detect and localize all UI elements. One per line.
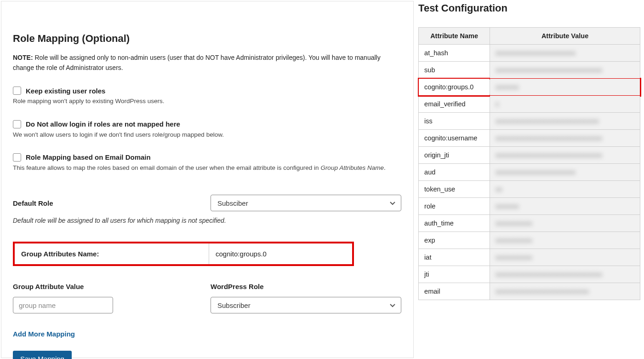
mapping-row: Group Attribute Value WordPress Role Sub… [13, 283, 402, 313]
attr-name-cell: email_verified [419, 96, 490, 113]
attr-name-cell: token_use [419, 181, 490, 198]
attr-value-cell: xxxxxxxxxxx [490, 232, 640, 249]
attr-value-cell: xxxxxxxxxxxxxxxxxxxxxxxxxxxxxxxx [490, 62, 640, 79]
attr-value-cell: xxxxxxxxxxxxxxxxxxxxxxxx [490, 164, 640, 181]
option-label: Keep existing user roles [26, 87, 105, 95]
table-row: rolexxxxxxx [419, 198, 640, 215]
checkbox-keep-existing[interactable] [13, 87, 21, 95]
table-row: expxxxxxxxxxxx [419, 232, 640, 249]
test-config-title: Test Configuration [418, 2, 640, 14]
th-attr-name: Attribute Name [419, 28, 490, 45]
table-row: email_verifiedx [419, 96, 640, 113]
save-mapping-button[interactable]: Save Mapping [13, 351, 72, 359]
table-row: iatxxxxxxxxxxx [419, 249, 640, 266]
gav-label: Group Attribute Value [13, 283, 211, 290]
option-no-login: Do Not allow login if roles are not mapp… [13, 120, 402, 128]
option-desc: Role mapping won't apply to existing Wor… [13, 97, 402, 106]
table-row: subxxxxxxxxxxxxxxxxxxxxxxxxxxxxxxxx [419, 62, 640, 79]
table-row: audxxxxxxxxxxxxxxxxxxxxxxxx [419, 164, 640, 181]
option-label: Do Not allow login if roles are not mapp… [26, 120, 180, 128]
table-row: cognito:groups.0xxxxxxx [419, 79, 640, 96]
note-text: NOTE: Role will be assigned only to non-… [13, 53, 402, 73]
table-row: cognito:usernamexxxxxxxxxxxxxxxxxxxxxxxx… [419, 130, 640, 147]
attr-name-cell: iss [419, 113, 490, 130]
select-value: Subsciber [217, 199, 248, 207]
chevron-down-icon [389, 199, 396, 207]
default-role-select[interactable]: Subsciber [211, 195, 401, 211]
default-role-row: Default Role Subsciber [13, 195, 402, 211]
chevron-down-icon [389, 301, 396, 309]
option-desc: We won't allow users to login if we don'… [13, 130, 402, 139]
attr-name-cell: aud [419, 164, 490, 181]
attr-value-cell: xxxxxxxxxxxxxxxxxxxxxxxxxxxxxxxx [490, 266, 640, 283]
attr-name-cell: role [419, 198, 490, 215]
table-row: emailxxxxxxxxxxxxxxxxxxxxxxxxxxxx [419, 283, 640, 300]
note-label: NOTE: [13, 54, 33, 61]
attr-name-cell: cognito:username [419, 130, 490, 147]
attr-value-cell: xxxxxxxxxxxxxxxxxxxxxxxxxxxxxxxx [490, 130, 640, 147]
attr-value-cell: xxxxxxxxxxx [490, 249, 640, 266]
attr-value-cell: xxxxxxx [490, 198, 640, 215]
attr-name-cell: cognito:groups.0 [419, 79, 490, 96]
attr-name-cell: origin_jti [419, 147, 490, 164]
checkbox-email-domain[interactable] [13, 153, 21, 162]
table-row: jtixxxxxxxxxxxxxxxxxxxxxxxxxxxxxxxx [419, 266, 640, 283]
option-label: Role Mapping based on Email Domain [26, 153, 151, 161]
th-attr-value: Attribute Value [490, 28, 640, 45]
attr-name-cell: at_hash [419, 45, 490, 62]
attribute-table: Attribute Name Attribute Value at_hashxx… [418, 27, 640, 300]
attr-value-cell: xxxxxxxxxxxxxxxxxxxxxxxxxxxx [490, 283, 640, 300]
group-attributes-name-row: Group Attributes Name: cognito:groups.0 [13, 242, 354, 266]
attr-name-cell: auth_time [419, 215, 490, 232]
select-value: Subscriber [217, 301, 251, 309]
section-title: Role Mapping (Optional) [13, 33, 402, 45]
table-row: at_hashxxxxxxxxxxxxxxxxxxxxxxxx [419, 45, 640, 62]
attr-name-cell: sub [419, 62, 490, 79]
gan-value[interactable]: cognito:groups.0 [209, 243, 352, 264]
attr-name-cell: email [419, 283, 490, 300]
attr-value-cell: xx [490, 181, 640, 198]
option-desc: This feature allows to map the roles bas… [13, 163, 402, 173]
table-row: origin_jtixxxxxxxxxxxxxxxxxxxxxxxxxxxxxx… [419, 147, 640, 164]
attr-value-cell: xxxxxxxxxxxxxxxxxxxxxxxxxxxxxxx [490, 113, 640, 130]
attr-value-cell: xxxxxxxxxxxxxxxxxxxxxxxx [490, 45, 640, 62]
table-row: issxxxxxxxxxxxxxxxxxxxxxxxxxxxxxxx [419, 113, 640, 130]
attr-name-cell: jti [419, 266, 490, 283]
default-role-label: Default Role [13, 199, 211, 207]
role-mapping-panel: Role Mapping (Optional) NOTE: Role will … [1, 1, 414, 358]
wp-role-label: WordPress Role [211, 283, 402, 290]
table-row: token_usexx [419, 181, 640, 198]
attr-name-cell: iat [419, 249, 490, 266]
attr-value-cell: xxxxxxx [490, 79, 640, 96]
gav-input[interactable] [13, 297, 113, 313]
attr-value-cell: xxxxxxxxxxxxxxxxxxxxxxxxxxxxxxxx [490, 147, 640, 164]
add-more-mapping-link[interactable]: Add More Mapping [13, 330, 75, 338]
default-role-helper: Default role will be assigned to all use… [13, 217, 402, 224]
attr-value-cell: xxxxxxxxxxx [490, 215, 640, 232]
attr-name-cell: exp [419, 232, 490, 249]
attr-value-cell: x [490, 96, 640, 113]
wp-role-select[interactable]: Subscriber [211, 297, 401, 313]
option-email-domain: Role Mapping based on Email Domain [13, 153, 402, 162]
table-row: auth_timexxxxxxxxxxx [419, 215, 640, 232]
option-keep-existing: Keep existing user roles [13, 87, 402, 95]
test-config-panel: Test Configuration Attribute Name Attrib… [415, 0, 644, 359]
gan-label: Group Attributes Name: [15, 243, 209, 264]
checkbox-no-login[interactable] [13, 120, 21, 128]
